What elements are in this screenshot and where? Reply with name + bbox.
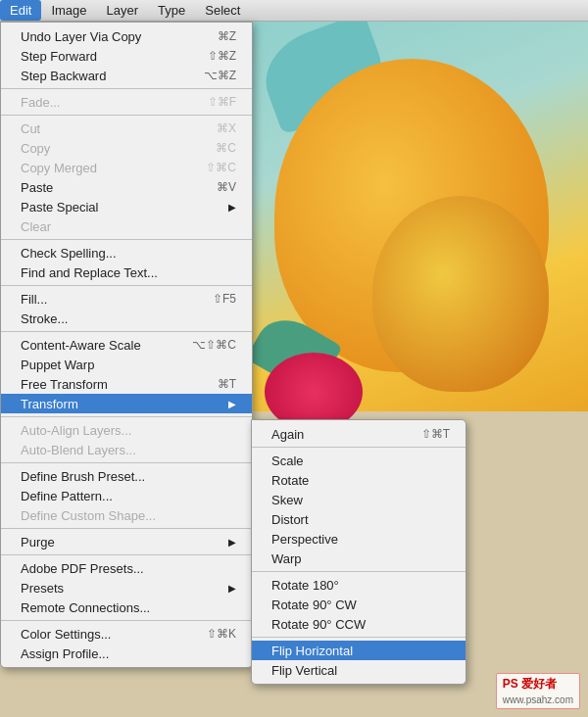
menu-item-remote-connections-label: Remote Connections... xyxy=(21,600,150,615)
submenu-item-again-label: Again xyxy=(271,427,304,442)
menu-bar: Edit Image Layer Type Select xyxy=(0,0,588,22)
menu-item-copy-merged-shortcut: ⇧⌘C xyxy=(206,161,236,174)
submenu-item-flip-vertical[interactable]: Flip Vertical xyxy=(252,660,466,680)
menu-item-copy-merged[interactable]: Copy Merged ⇧⌘C xyxy=(1,158,252,177)
menu-item-define-brush-label: Define Brush Preset... xyxy=(21,469,145,484)
menu-item-define-shape-label: Define Custom Shape... xyxy=(21,508,156,523)
submenu-item-perspective[interactable]: Perspective xyxy=(252,529,466,549)
submenu-separator-2 xyxy=(252,571,466,572)
submenu-item-warp[interactable]: Warp xyxy=(252,549,466,568)
menu-item-check-spelling-label: Check Spelling... xyxy=(21,246,117,261)
menu-item-step-backward[interactable]: Step Backward ⌥⌘Z xyxy=(1,66,252,85)
submenu-separator-3 xyxy=(252,637,466,638)
menu-item-cut-label: Cut xyxy=(21,121,40,136)
menu-bar-type[interactable]: Type xyxy=(148,0,195,21)
submenu-item-rotate-90ccw[interactable]: Rotate 90° CCW xyxy=(252,614,466,634)
menu-item-cut[interactable]: Cut ⌘X xyxy=(1,119,252,138)
menu-item-find-replace-label: Find and Replace Text... xyxy=(21,265,158,280)
submenu-item-again[interactable]: Again ⇧⌘T xyxy=(252,424,466,444)
menu-item-fill-label: Fill... xyxy=(21,292,47,307)
menu-item-color-settings-shortcut: ⇧⌘K xyxy=(207,627,236,641)
submenu-separator-1 xyxy=(252,447,466,448)
menu-item-undo-shortcut: ⌘Z xyxy=(218,29,236,43)
menu-item-undo-label: Undo Layer Via Copy xyxy=(21,29,141,44)
submenu-item-rotate-90cw-label: Rotate 90° CW xyxy=(271,598,357,612)
menu-item-puppet-warp-label: Puppet Warp xyxy=(21,358,94,372)
menu-item-paste[interactable]: Paste ⌘V xyxy=(1,177,252,197)
menu-item-step-forward[interactable]: Step Forward ⇧⌘Z xyxy=(1,46,252,66)
menu-item-transform-label: Transform xyxy=(21,397,78,411)
submenu-item-rotate-90cw[interactable]: Rotate 90° CW xyxy=(252,595,466,614)
menu-item-puppet-warp[interactable]: Puppet Warp xyxy=(1,355,252,374)
edit-dropdown: Undo Layer Via Copy ⌘Z Step Forward ⇧⌘Z … xyxy=(0,22,253,668)
submenu-item-perspective-label: Perspective xyxy=(271,532,338,547)
submenu-item-skew-label: Skew xyxy=(271,493,303,507)
submenu-item-distort[interactable]: Distort xyxy=(252,509,466,529)
submenu-item-distort-label: Distort xyxy=(271,512,309,527)
menu-item-step-forward-label: Step Forward xyxy=(21,49,97,64)
submenu-item-rotate-90ccw-label: Rotate 90° CCW xyxy=(271,617,366,632)
menu-item-copy-merged-label: Copy Merged xyxy=(21,161,97,175)
submenu-item-rotate-180-label: Rotate 180° xyxy=(271,578,339,593)
menu-item-free-transform[interactable]: Free Transform ⌘T xyxy=(1,374,252,394)
menu-item-assign-profile[interactable]: Assign Profile... xyxy=(1,644,252,663)
menu-item-define-brush[interactable]: Define Brush Preset... xyxy=(1,466,252,486)
menu-item-auto-blend[interactable]: Auto-Blend Layers... xyxy=(1,440,252,459)
menu-item-paste-shortcut: ⌘V xyxy=(217,180,236,194)
menu-item-content-aware-scale-shortcut: ⌥⇧⌘C xyxy=(192,338,236,352)
menu-item-copy-shortcut: ⌘C xyxy=(216,141,236,155)
submenu-item-rotate-180[interactable]: Rotate 180° xyxy=(252,575,466,595)
menu-item-color-settings[interactable]: Color Settings... ⇧⌘K xyxy=(1,624,252,644)
menu-item-pdf-presets[interactable]: Adobe PDF Presets... xyxy=(1,558,252,578)
menu-item-purge[interactable]: Purge ▶ xyxy=(1,532,252,551)
menu-item-copy[interactable]: Copy ⌘C xyxy=(1,138,252,158)
submenu-item-rotate[interactable]: Rotate xyxy=(252,470,466,490)
menu-item-auto-align-label: Auto-Align Layers... xyxy=(21,423,131,438)
submenu-item-flip-horizontal-label: Flip Horizontal xyxy=(271,644,353,658)
menu-item-remote-connections[interactable]: Remote Connections... xyxy=(1,598,252,617)
menu-item-free-transform-shortcut: ⌘T xyxy=(218,377,236,391)
menu-item-undo[interactable]: Undo Layer Via Copy ⌘Z xyxy=(1,26,252,46)
menu-item-content-aware-scale[interactable]: Content-Aware Scale ⌥⇧⌘C xyxy=(1,335,252,355)
menu-item-fade[interactable]: Fade... ⇧⌘F xyxy=(1,92,252,112)
menu-item-paste-special[interactable]: Paste Special ▶ xyxy=(1,197,252,216)
separator-5 xyxy=(1,331,252,332)
separator-6 xyxy=(1,416,252,417)
menu-item-check-spelling[interactable]: Check Spelling... xyxy=(1,243,252,263)
separator-3 xyxy=(1,239,252,240)
submenu-item-flip-horizontal[interactable]: Flip Horizontal xyxy=(252,641,466,660)
submenu-item-skew[interactable]: Skew xyxy=(252,490,466,509)
menu-item-auto-align[interactable]: Auto-Align Layers... xyxy=(1,420,252,440)
watermark-url: www.psahz.com xyxy=(503,694,573,705)
menu-item-cut-shortcut: ⌘X xyxy=(217,121,236,135)
menu-item-pdf-presets-label: Adobe PDF Presets... xyxy=(21,561,144,576)
menu-item-auto-blend-label: Auto-Blend Layers... xyxy=(21,443,136,457)
menu-item-transform[interactable]: Transform ▶ xyxy=(1,394,252,413)
menu-item-content-aware-scale-label: Content-Aware Scale xyxy=(21,338,141,353)
separator-7 xyxy=(1,462,252,463)
separator-2 xyxy=(1,115,252,116)
presets-arrow-icon: ▶ xyxy=(228,583,236,594)
menu-bar-select[interactable]: Select xyxy=(195,0,250,21)
menu-item-fill[interactable]: Fill... ⇧F5 xyxy=(1,289,252,309)
separator-1 xyxy=(1,88,252,89)
menu-bar-layer[interactable]: Layer xyxy=(97,0,149,21)
menu-item-presets[interactable]: Presets ▶ xyxy=(1,578,252,598)
separator-10 xyxy=(1,620,252,621)
menu-item-define-pattern[interactable]: Define Pattern... xyxy=(1,486,252,505)
menu-item-step-backward-label: Step Backward xyxy=(21,69,106,83)
menu-item-stroke[interactable]: Stroke... xyxy=(1,309,252,328)
watermark: PS 爱好者 www.psahz.com xyxy=(496,673,580,709)
submenu-item-scale[interactable]: Scale xyxy=(252,451,466,470)
menu-item-fill-shortcut: ⇧F5 xyxy=(213,292,236,306)
pumpkin-2 xyxy=(372,196,549,392)
separator-9 xyxy=(1,554,252,555)
menu-item-clear[interactable]: Clear xyxy=(1,216,252,236)
menu-item-find-replace[interactable]: Find and Replace Text... xyxy=(1,263,252,282)
menu-item-purge-label: Purge xyxy=(21,535,55,550)
menu-bar-image[interactable]: Image xyxy=(41,0,96,21)
menu-item-fade-shortcut: ⇧⌘F xyxy=(208,95,236,109)
menu-bar-edit[interactable]: Edit xyxy=(0,0,41,21)
menu-item-define-pattern-label: Define Pattern... xyxy=(21,489,113,503)
menu-item-define-shape[interactable]: Define Custom Shape... xyxy=(1,505,252,525)
